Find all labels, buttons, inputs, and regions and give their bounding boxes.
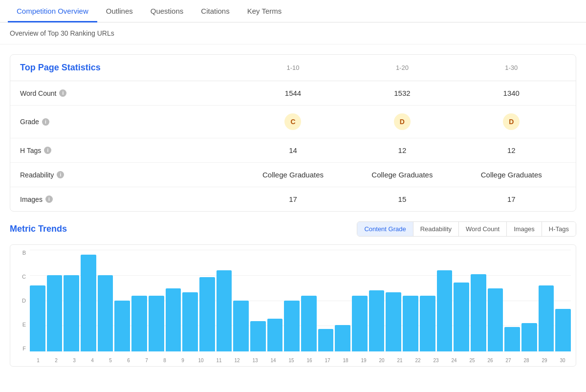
grade-badge-d-1: D <box>394 113 411 130</box>
stats-col-1-30: 1-30 <box>457 64 566 71</box>
chart-x-labels: 1234567891011121314151617181920212223242… <box>30 358 571 363</box>
chart-bar-col <box>471 250 486 351</box>
htags-info-icon[interactable]: i <box>44 147 51 154</box>
chart-bar-col <box>555 250 571 351</box>
chart-bar <box>403 296 418 351</box>
readability-info-icon[interactable]: i <box>57 171 64 178</box>
chart-x-label: 28 <box>518 358 535 363</box>
chart-bar <box>81 255 96 351</box>
chart-bar <box>386 292 401 351</box>
images-val-3: 17 <box>457 195 566 203</box>
chart-x-label: 1 <box>30 358 46 363</box>
chart-x-label: 20 <box>373 358 390 363</box>
tab-outlines[interactable]: Outlines <box>97 0 142 22</box>
chart-bar <box>267 319 283 351</box>
chart-x-label: 18 <box>337 358 354 363</box>
tab-questions[interactable]: Questions <box>142 0 193 22</box>
chart-container: B C D E F 123456789101112131415161718192… <box>10 244 576 367</box>
chart-bar-col <box>420 250 435 351</box>
metric-tab-images[interactable]: Images <box>507 222 542 236</box>
chart-bar-col <box>539 250 554 351</box>
word-count-info-icon[interactable]: i <box>59 89 66 97</box>
tab-competition-overview[interactable]: Competition Overview <box>8 0 97 22</box>
y-label-e: E <box>22 322 26 327</box>
stats-row-htags: H Tags i 14 12 12 <box>10 138 576 163</box>
stats-row-readability: Readability i College Graduates College … <box>10 163 576 187</box>
chart-bar-col <box>199 250 215 351</box>
chart-bar <box>539 285 554 351</box>
chart-bar <box>30 285 45 351</box>
chart-bar-col <box>301 250 317 351</box>
chart-bar <box>47 275 63 351</box>
chart-bar-col <box>335 250 350 351</box>
chart-x-label: 10 <box>193 358 209 363</box>
grade-label: Grade i <box>20 118 239 126</box>
metric-tab-readability[interactable]: Readability <box>413 222 459 236</box>
chart-x-label: 14 <box>265 358 282 363</box>
metric-tab-word-count[interactable]: Word Count <box>459 222 507 236</box>
chart-bar <box>504 327 520 351</box>
images-info-icon[interactable]: i <box>45 196 53 203</box>
chart-x-label: 29 <box>536 358 553 363</box>
chart-x-label: 23 <box>428 358 444 363</box>
chart-bar-col <box>521 250 537 351</box>
chart-bar-col <box>166 250 181 351</box>
chart-bar <box>131 296 147 351</box>
chart-x-label: 21 <box>391 358 408 363</box>
chart-bar <box>555 309 571 351</box>
metric-tab-htags[interactable]: H-Tags <box>542 222 576 236</box>
chart-x-label: 5 <box>102 358 119 363</box>
chart-bar <box>250 321 266 351</box>
y-label-d: D <box>22 298 26 304</box>
chart-bar <box>318 329 334 351</box>
chart-bar <box>301 296 317 351</box>
chart-bar <box>488 288 503 351</box>
chart-bar <box>335 325 350 351</box>
chart-bar-col <box>454 250 469 351</box>
chart-bar-col <box>403 250 418 351</box>
readability-val-1: College Graduates <box>239 171 347 179</box>
grade-info-icon[interactable]: i <box>42 118 49 126</box>
chart-bar <box>98 275 113 351</box>
chart-x-label: 7 <box>138 358 155 363</box>
chart-x-label: 4 <box>84 358 101 363</box>
tab-citations[interactable]: Citations <box>192 0 238 22</box>
page-subtitle: Overview of Top 30 Ranking URLs <box>0 22 586 44</box>
chart-bar-col <box>267 250 283 351</box>
chart-x-label: 3 <box>66 358 83 363</box>
y-label-b: B <box>22 250 26 256</box>
chart-bar-col <box>250 250 266 351</box>
chart-bar <box>284 301 300 351</box>
stats-row-word-count: Word Count i 1544 1532 1340 <box>10 81 576 106</box>
stats-row-grade: Grade i C D D <box>10 106 576 138</box>
chart-x-label: 25 <box>464 358 480 363</box>
stats-row-images: Images i 17 15 17 <box>10 187 576 211</box>
chart-bar <box>149 296 164 351</box>
chart-bar-col <box>47 250 63 351</box>
chart-bar <box>369 290 385 351</box>
metric-trends-section: Metric Trends Content Grade Readability … <box>10 221 576 367</box>
tab-key-terms[interactable]: Key Terms <box>239 0 291 22</box>
readability-val-2: College Graduates <box>347 171 456 179</box>
chart-bar <box>352 296 368 351</box>
chart-bar <box>420 296 435 351</box>
chart-bar-col <box>98 250 113 351</box>
chart-bar <box>454 283 469 351</box>
chart-bar-col <box>233 250 249 351</box>
chart-bar-col <box>504 250 520 351</box>
word-count-val-2: 1532 <box>347 89 456 97</box>
chart-bar <box>64 275 79 351</box>
chart-x-label: 6 <box>120 358 137 363</box>
stats-header: Top Page Statistics 1-10 1-20 1-30 <box>10 55 576 81</box>
chart-bar-col <box>114 250 130 351</box>
tabs-bar: Competition Overview Outlines Questions … <box>0 0 586 22</box>
metric-tab-content-grade[interactable]: Content Grade <box>357 222 413 236</box>
word-count-val-3: 1340 <box>457 89 566 97</box>
chart-x-label: 16 <box>301 358 318 363</box>
chart-y-labels: B C D E F <box>10 250 29 351</box>
chart-bar <box>521 323 537 351</box>
htags-label: H Tags i <box>20 147 239 154</box>
chart-x-label: 15 <box>283 358 300 363</box>
chart-x-label: 2 <box>48 358 65 363</box>
chart-bar-col <box>81 250 96 351</box>
